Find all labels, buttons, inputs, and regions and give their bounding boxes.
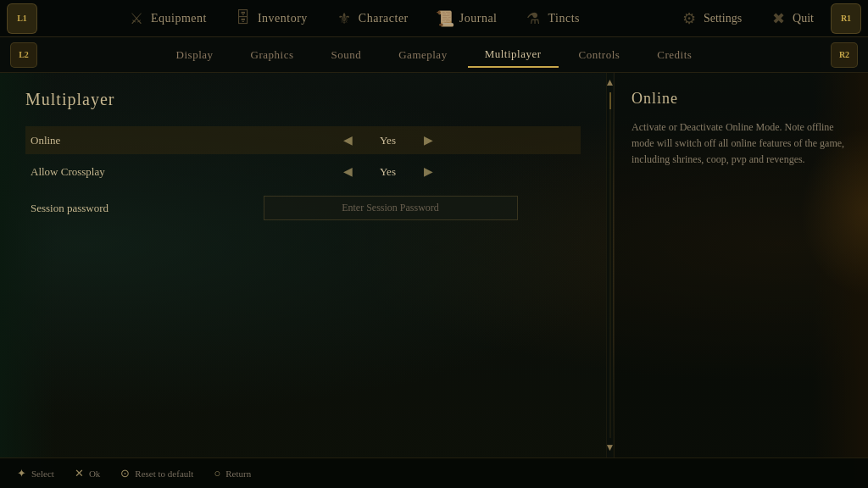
reset-icon: ⊙ (120, 467, 130, 480)
info-title: Online (632, 90, 851, 108)
tab-gameplay[interactable]: Gameplay (381, 43, 464, 67)
hint-select-label: Select (31, 469, 54, 479)
tincts-icon: ⚗ (524, 9, 542, 28)
scroll-divider: ▲ ▼ (606, 73, 613, 458)
l2-button[interactable]: L2 (10, 42, 37, 68)
select-icon: ✦ (17, 467, 26, 480)
secondary-tabs: Display Graphics Sound Gameplay Multipla… (41, 42, 827, 68)
l1-button[interactable]: L1 (7, 3, 37, 34)
nav-journal-label: Journal (459, 12, 498, 25)
info-panel: Online Activate or Deactivate Online Mod… (614, 73, 868, 458)
content-area: Multiplayer Online ◀ Yes ▶ Allow Crosspl… (0, 73, 868, 458)
hint-reset: ⊙ Reset to default (120, 467, 193, 480)
crossplay-left-arrow: ◀ (343, 164, 353, 179)
online-value-container: ◀ Yes ▶ (303, 133, 473, 147)
online-control: ◀ Yes ▶ (200, 133, 576, 147)
tab-multiplayer[interactable]: Multiplayer (468, 42, 559, 68)
hint-return: ○ Return (214, 467, 251, 480)
tab-controls[interactable]: Controls (562, 43, 637, 67)
session-password-control (200, 196, 576, 220)
return-icon: ○ (214, 467, 220, 480)
online-right-arrow: ▶ (424, 133, 433, 147)
nav-character-label: Character (359, 12, 409, 25)
tab-graphics[interactable]: Graphics (234, 43, 311, 67)
scroll-track (609, 92, 611, 438)
hint-ok-label: Ok (89, 469, 100, 479)
tab-sound[interactable]: Sound (314, 43, 378, 67)
setting-row-crossplay[interactable]: Allow Crossplay ◀ Yes ▶ (25, 158, 581, 186)
r2-button[interactable]: R2 (831, 42, 858, 68)
tab-display[interactable]: Display (159, 43, 231, 67)
top-nav: L1 ⚔ Equipment 🗄 Inventory ⚜ Character 📜… (0, 0, 868, 37)
session-password-input[interactable] (264, 196, 518, 220)
crossplay-value-container: ◀ Yes ▶ (303, 164, 473, 179)
hint-return-label: Return (225, 469, 251, 479)
nav-tincts-label: Tincts (548, 12, 580, 25)
setting-row-online[interactable]: Online ◀ Yes ▶ (25, 126, 581, 154)
nav-equipment-label: Equipment (151, 12, 207, 25)
nav-quit[interactable]: ✖ Quit (759, 6, 824, 31)
nav-items: ⚔ Equipment 🗄 Inventory ⚜ Character 📜 Jo… (37, 6, 670, 31)
online-left-arrow: ◀ (343, 133, 353, 147)
nav-equipment[interactable]: ⚔ Equipment (117, 6, 217, 31)
inventory-icon: 🗄 (234, 9, 253, 28)
ok-icon: ✕ (75, 467, 84, 480)
bottom-bar: ✦ Select ✕ Ok ⊙ Reset to default ○ Retur… (0, 458, 868, 488)
nav-inventory-label: Inventory (258, 12, 308, 25)
nav-character[interactable]: ⚜ Character (325, 6, 419, 31)
settings-panel: Multiplayer Online ◀ Yes ▶ Allow Crosspl… (0, 73, 606, 458)
hint-reset-label: Reset to default (135, 469, 193, 479)
nav-quit-label: Quit (793, 12, 814, 25)
settings-icon: ⚙ (680, 9, 698, 28)
secondary-nav: L2 Display Graphics Sound Gameplay Multi… (0, 37, 868, 73)
crossplay-label: Allow Crossplay (31, 165, 200, 179)
r1-button[interactable]: R1 (831, 3, 861, 34)
setting-row-session-password[interactable]: Session password (25, 189, 581, 227)
main-container: L1 ⚔ Equipment 🗄 Inventory ⚜ Character 📜… (0, 0, 868, 488)
nav-right: ⚙ Settings ✖ Quit R1 (670, 3, 861, 34)
crossplay-right-arrow: ▶ (424, 164, 433, 179)
nav-journal[interactable]: 📜 Journal (426, 6, 508, 31)
nav-inventory[interactable]: 🗄 Inventory (224, 6, 318, 31)
info-description: Activate or Deactivate Online Mode. Note… (632, 119, 851, 169)
nav-tincts[interactable]: ⚗ Tincts (514, 6, 590, 31)
crossplay-value: Yes (363, 165, 414, 179)
online-label: Online (31, 134, 200, 147)
character-icon: ⚜ (335, 9, 353, 28)
scroll-thumb (609, 92, 611, 109)
nav-settings[interactable]: ⚙ Settings (670, 6, 752, 31)
quit-icon: ✖ (769, 9, 787, 28)
nav-settings-label: Settings (704, 12, 742, 25)
online-value: Yes (363, 134, 414, 147)
hint-select: ✦ Select (17, 467, 54, 480)
crossplay-control: ◀ Yes ▶ (200, 164, 576, 179)
hint-ok: ✕ Ok (75, 467, 100, 480)
equipment-icon: ⚔ (127, 9, 146, 28)
journal-icon: 📜 (436, 9, 454, 28)
password-input-wrapper (264, 196, 518, 220)
panel-title: Multiplayer (25, 90, 581, 109)
session-password-label: Session password (31, 202, 200, 215)
tab-credits[interactable]: Credits (640, 43, 709, 67)
